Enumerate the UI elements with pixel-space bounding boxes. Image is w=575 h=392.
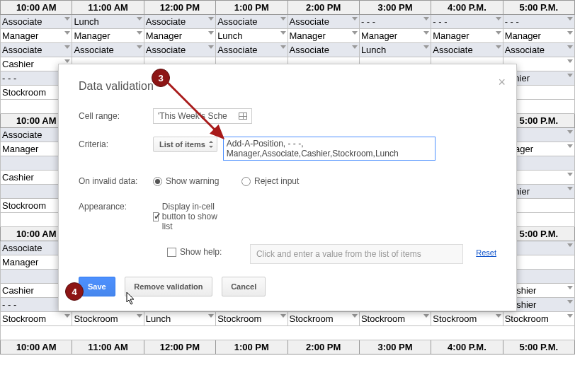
time-header: 11:00 AM bbox=[72, 1, 144, 15]
schedule-cell[interactable]: Manager bbox=[431, 29, 503, 43]
time-header: 2:00 PM bbox=[288, 340, 359, 354]
time-header: 3:00 PM bbox=[359, 340, 431, 354]
cancel-button[interactable]: Cancel bbox=[222, 277, 266, 296]
dropdown-icon[interactable] bbox=[352, 45, 358, 49]
close-icon[interactable]: × bbox=[498, 75, 506, 90]
dropdown-icon[interactable] bbox=[280, 17, 286, 21]
criteria-select[interactable]: List of items bbox=[153, 137, 217, 152]
dropdown-icon[interactable] bbox=[208, 45, 214, 49]
dropdown-icon[interactable] bbox=[567, 74, 573, 77]
dropdown-icon[interactable] bbox=[352, 17, 358, 21]
dropdown-icon[interactable] bbox=[137, 314, 142, 318]
schedule-cell[interactable]: - - - bbox=[431, 15, 503, 29]
schedule-cell[interactable]: Associate bbox=[288, 15, 359, 29]
dropdown-icon[interactable] bbox=[567, 144, 573, 148]
dropdown-icon[interactable] bbox=[567, 300, 573, 304]
dropdown-icon[interactable] bbox=[567, 130, 573, 134]
dropdown-icon[interactable] bbox=[280, 314, 286, 318]
help-text-input[interactable]: Click and enter a value from the list of… bbox=[250, 244, 463, 264]
schedule-cell[interactable]: Associate bbox=[288, 43, 359, 57]
schedule-cell[interactable]: Stockroom bbox=[359, 312, 431, 326]
schedule-cell[interactable]: Stockroom bbox=[288, 312, 359, 326]
time-header: 2:00 PM bbox=[288, 1, 359, 15]
schedule-cell[interactable]: Associate bbox=[431, 43, 503, 57]
time-header: 12:00 PM bbox=[144, 340, 215, 354]
data-validation-dialog: × Data validation Cell range: 'This Week… bbox=[58, 64, 517, 311]
schedule-cell[interactable]: Associate bbox=[1, 15, 72, 29]
show-warning-radio[interactable]: Show warning bbox=[153, 173, 227, 186]
dropdown-icon[interactable] bbox=[208, 31, 214, 35]
schedule-cell[interactable]: Manager bbox=[288, 29, 359, 43]
select-range-icon[interactable] bbox=[239, 113, 247, 120]
dropdown-icon[interactable] bbox=[352, 31, 358, 35]
dropdown-icon[interactable] bbox=[137, 17, 142, 21]
time-header: 1:00 PM bbox=[216, 340, 288, 354]
time-header: 5:00 P.M. bbox=[503, 1, 574, 15]
schedule-cell[interactable]: Associate bbox=[216, 15, 288, 29]
schedule-cell[interactable]: Stockroom bbox=[216, 312, 288, 326]
cell-range-input[interactable]: 'This Week's Sche bbox=[153, 108, 252, 124]
dropdown-icon[interactable] bbox=[423, 314, 429, 318]
reject-input-radio[interactable]: Reject input bbox=[241, 173, 316, 186]
dropdown-icon[interactable] bbox=[280, 45, 286, 49]
schedule-cell[interactable]: Associate bbox=[144, 15, 215, 29]
dropdown-icon[interactable] bbox=[352, 314, 358, 318]
save-button[interactable]: Save bbox=[79, 277, 115, 296]
dropdown-icon[interactable] bbox=[280, 31, 286, 35]
schedule-cell[interactable]: Associate bbox=[1, 43, 72, 57]
schedule-cell[interactable]: Associate bbox=[72, 43, 144, 57]
dropdown-icon[interactable] bbox=[567, 286, 573, 289]
show-help-checkbox[interactable]: Show help: bbox=[167, 244, 239, 257]
schedule-cell[interactable]: Lunch bbox=[359, 43, 431, 57]
cell-range-label: Cell range: bbox=[79, 108, 153, 121]
invalid-data-label: On invalid data: bbox=[79, 173, 153, 186]
dropdown-icon[interactable] bbox=[567, 173, 573, 176]
dropdown-icon[interactable] bbox=[208, 17, 214, 21]
display-button-checkbox[interactable]: Display in-cell button to show list bbox=[153, 199, 227, 231]
schedule-cell[interactable]: Lunch bbox=[144, 312, 215, 326]
schedule-cell[interactable]: Stockroom bbox=[72, 312, 144, 326]
dropdown-icon[interactable] bbox=[64, 314, 70, 318]
schedule-cell[interactable]: Associate bbox=[503, 43, 574, 57]
schedule-cell[interactable]: Stockroom bbox=[1, 312, 72, 326]
schedule-cell[interactable]: Associate bbox=[144, 43, 215, 57]
criteria-textarea[interactable] bbox=[223, 137, 435, 161]
dropdown-icon[interactable] bbox=[423, 45, 429, 49]
dropdown-icon[interactable] bbox=[567, 45, 573, 49]
schedule-cell[interactable]: Manager bbox=[359, 29, 431, 43]
dropdown-icon[interactable] bbox=[423, 31, 429, 35]
dropdown-icon[interactable] bbox=[496, 314, 501, 318]
dropdown-icon[interactable] bbox=[567, 243, 573, 247]
schedule-cell[interactable]: - - - bbox=[359, 15, 431, 29]
dropdown-icon[interactable] bbox=[64, 45, 70, 49]
dropdown-icon[interactable] bbox=[496, 45, 501, 49]
schedule-cell[interactable]: Manager bbox=[72, 29, 144, 43]
dropdown-icon[interactable] bbox=[496, 31, 501, 35]
dropdown-icon[interactable] bbox=[567, 17, 573, 21]
dropdown-icon[interactable] bbox=[567, 31, 573, 35]
dropdown-icon[interactable] bbox=[567, 187, 573, 190]
schedule-cell[interactable]: Lunch bbox=[216, 29, 288, 43]
dropdown-icon[interactable] bbox=[423, 17, 429, 21]
time-header: 3:00 PM bbox=[359, 1, 431, 15]
dropdown-icon[interactable] bbox=[567, 314, 573, 318]
schedule-cell[interactable]: Manager bbox=[503, 29, 574, 43]
dropdown-icon[interactable] bbox=[64, 17, 70, 21]
dropdown-icon[interactable] bbox=[137, 31, 142, 35]
dropdown-icon[interactable] bbox=[208, 314, 214, 318]
dropdown-icon[interactable] bbox=[64, 31, 70, 35]
annotation-step-4: 4 bbox=[65, 282, 84, 301]
dropdown-icon[interactable] bbox=[64, 59, 70, 63]
schedule-cell[interactable]: Stockroom bbox=[431, 312, 503, 326]
schedule-cell[interactable]: Lunch bbox=[72, 15, 144, 29]
remove-validation-button[interactable]: Remove validation bbox=[125, 277, 212, 296]
dropdown-icon[interactable] bbox=[567, 59, 573, 63]
dropdown-icon[interactable] bbox=[496, 17, 501, 21]
schedule-cell[interactable]: Stockroom bbox=[503, 312, 574, 326]
schedule-cell[interactable]: Associate bbox=[216, 43, 288, 57]
reset-link[interactable]: Reset bbox=[476, 244, 496, 257]
schedule-cell[interactable]: - - - bbox=[503, 15, 574, 29]
schedule-cell[interactable]: Manager bbox=[144, 29, 215, 43]
dropdown-icon[interactable] bbox=[137, 45, 142, 49]
schedule-cell[interactable]: Manager bbox=[1, 29, 72, 43]
